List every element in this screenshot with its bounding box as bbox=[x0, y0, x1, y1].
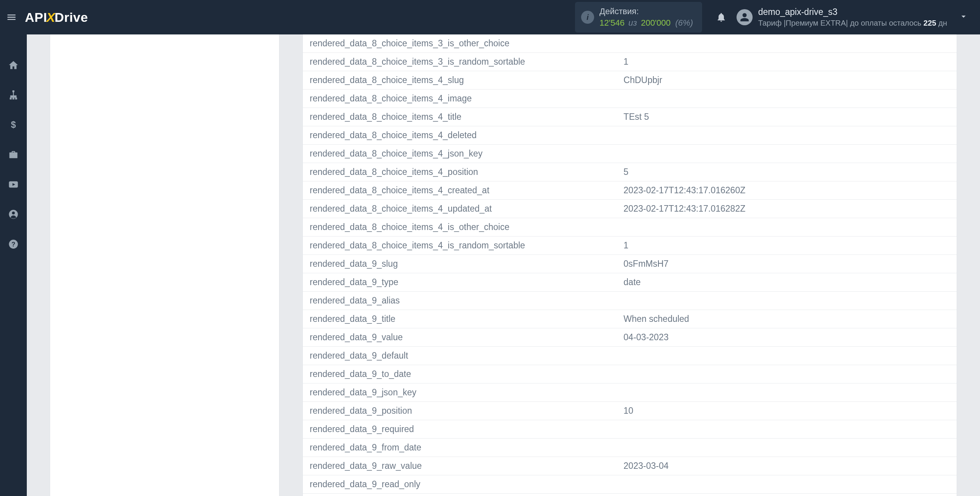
logo-text-api: API bbox=[25, 10, 47, 25]
sidebar-item-account[interactable] bbox=[6, 207, 21, 222]
row-value bbox=[617, 475, 957, 494]
logo[interactable]: API X Drive bbox=[25, 10, 88, 25]
row-key: rendered_data_9_json_key bbox=[303, 383, 617, 402]
actions-text: Действия: 12'546 из 200'000 (6%) bbox=[599, 6, 693, 28]
row-key: rendered_data_8_choice_items_4_slug bbox=[303, 71, 617, 90]
sidebar-item-help[interactable]: ? bbox=[6, 237, 21, 252]
notifications-button[interactable] bbox=[714, 10, 729, 25]
row-key: rendered_data_8_choice_items_4_deleted bbox=[303, 126, 617, 145]
row-key: rendered_data_9_default bbox=[303, 347, 617, 365]
dollar-icon: $ bbox=[8, 119, 19, 130]
svg-text:?: ? bbox=[11, 241, 15, 248]
table-row: rendered_data_9_read_only bbox=[303, 475, 957, 494]
top-header: API X Drive i Действия: 12'546 из 200'00… bbox=[0, 0, 980, 34]
user-circle-icon bbox=[8, 209, 19, 220]
table-row: rendered_data_8_choice_items_4_updated_a… bbox=[303, 200, 957, 218]
menu-toggle-button[interactable] bbox=[4, 10, 19, 25]
table-row: rendered_data_8_choice_items_4_json_key bbox=[303, 145, 957, 163]
actions-of: из bbox=[629, 18, 637, 28]
table-row: rendered_data_9_titleWhen scheduled bbox=[303, 310, 957, 328]
briefcase-icon bbox=[8, 149, 19, 160]
row-value bbox=[617, 420, 957, 439]
sidebar-item-connections[interactable] bbox=[6, 87, 21, 103]
user-name: demo_apix-drive_s3 bbox=[758, 7, 947, 18]
row-value bbox=[617, 383, 957, 402]
row-key: rendered_data_9_from_date bbox=[303, 439, 617, 457]
actions-counter[interactable]: i Действия: 12'546 из 200'000 (6%) bbox=[575, 2, 702, 32]
svg-rect-1 bbox=[10, 98, 12, 100]
svg-rect-0 bbox=[13, 90, 15, 92]
row-key: rendered_data_9_required bbox=[303, 420, 617, 439]
hamburger-icon bbox=[6, 12, 17, 23]
chevron-down-icon bbox=[959, 11, 969, 21]
row-key: rendered_data_8_choice_items_4_is_random… bbox=[303, 237, 617, 255]
row-value bbox=[617, 365, 957, 383]
sidebar-item-home[interactable] bbox=[6, 57, 21, 73]
table-row: rendered_data_9_position10 bbox=[303, 402, 957, 420]
main-content: rendered_data_8_choice_items_3_is_other_… bbox=[27, 34, 980, 496]
table-row: rendered_data_9_slug0sFmMsH7 bbox=[303, 255, 957, 273]
table-row: rendered_data_9_raw_value2023-03-04 bbox=[303, 457, 957, 475]
home-icon bbox=[8, 60, 19, 70]
table-row: rendered_data_9_default bbox=[303, 347, 957, 365]
row-key: rendered_data_9_value bbox=[303, 328, 617, 347]
row-key: rendered_data_9_to_date bbox=[303, 365, 617, 383]
table-row: rendered_data_8_choice_items_4_is_other_… bbox=[303, 218, 957, 237]
table-row: rendered_data_9_to_date bbox=[303, 365, 957, 383]
sidebar-item-tools[interactable] bbox=[6, 147, 21, 162]
row-key: rendered_data_8_choice_items_4_title bbox=[303, 108, 617, 126]
user-block[interactable]: demo_apix-drive_s3 Тариф |Премиум EXTRA|… bbox=[737, 7, 947, 28]
row-value: When scheduled bbox=[617, 310, 957, 328]
row-key: rendered_data_9_raw_value bbox=[303, 457, 617, 475]
row-value: 5 bbox=[617, 163, 957, 181]
logo-text-drive: Drive bbox=[54, 10, 88, 25]
row-key: rendered_data_8_choice_items_3_is_other_… bbox=[303, 34, 617, 53]
user-tariff: Тариф |Премиум EXTRA| до оплаты осталось… bbox=[758, 18, 947, 28]
row-key: rendered_data_8_choice_items_4_is_other_… bbox=[303, 218, 617, 237]
row-value bbox=[617, 90, 957, 108]
row-value bbox=[617, 494, 957, 496]
table-row: rendered_data_9_required bbox=[303, 420, 957, 439]
row-value bbox=[617, 126, 957, 145]
actions-counts: 12'546 из 200'000 (6%) bbox=[599, 17, 693, 29]
row-key: rendered_data_8_choice_items_4_position bbox=[303, 163, 617, 181]
row-key: rendered_data_9_title bbox=[303, 310, 617, 328]
row-key: rendered_data_9_type bbox=[303, 273, 617, 292]
table-row: rendered_data_8_choice_items_4_is_random… bbox=[303, 237, 957, 255]
bell-icon bbox=[716, 12, 727, 23]
sidebar-item-video[interactable] bbox=[6, 177, 21, 192]
data-panel: rendered_data_8_choice_items_3_is_other_… bbox=[302, 34, 957, 496]
table-row: rendered_data_8_choice_items_3_is_random… bbox=[303, 53, 957, 71]
svg-text:$: $ bbox=[11, 120, 16, 130]
svg-rect-3 bbox=[15, 98, 17, 100]
row-value bbox=[617, 145, 957, 163]
actions-pct: (6%) bbox=[675, 18, 693, 28]
row-key: rendered_data_8_choice_items_4_updated_a… bbox=[303, 200, 617, 218]
row-key: rendered_data_9_read_only bbox=[303, 475, 617, 494]
table-row: rendered_data_8_choice_items_4_titleTEst… bbox=[303, 108, 957, 126]
table-row: rendered_data_9_from_date bbox=[303, 439, 957, 457]
row-value: 04-03-2023 bbox=[617, 328, 957, 347]
row-value bbox=[617, 218, 957, 237]
row-value: ChDUpbjr bbox=[617, 71, 957, 90]
svg-point-7 bbox=[12, 212, 15, 214]
data-table: rendered_data_8_choice_items_3_is_other_… bbox=[303, 34, 957, 496]
sidebar: $ ? bbox=[0, 34, 27, 496]
row-key: rendered_data_9_slug bbox=[303, 255, 617, 273]
row-key: rendered_data_8_choice_items_3_is_random… bbox=[303, 53, 617, 71]
youtube-icon bbox=[8, 179, 19, 190]
user-menu-toggle[interactable] bbox=[947, 11, 972, 23]
logo-text-x: X bbox=[46, 10, 55, 25]
sidebar-item-billing[interactable]: $ bbox=[6, 117, 21, 132]
row-value bbox=[617, 34, 957, 53]
table-row: rendered_data_8_choice_items_4_created_a… bbox=[303, 181, 957, 200]
user-icon bbox=[740, 12, 750, 22]
table-row: rendered_data_9_admin_only bbox=[303, 494, 957, 496]
table-row: rendered_data_9_value04-03-2023 bbox=[303, 328, 957, 347]
row-value: 0sFmMsH7 bbox=[617, 255, 957, 273]
svg-rect-2 bbox=[13, 98, 15, 100]
avatar bbox=[737, 9, 753, 25]
table-row: rendered_data_8_choice_items_4_deleted bbox=[303, 126, 957, 145]
row-value: 10 bbox=[617, 402, 957, 420]
actions-label: Действия: bbox=[599, 6, 693, 17]
